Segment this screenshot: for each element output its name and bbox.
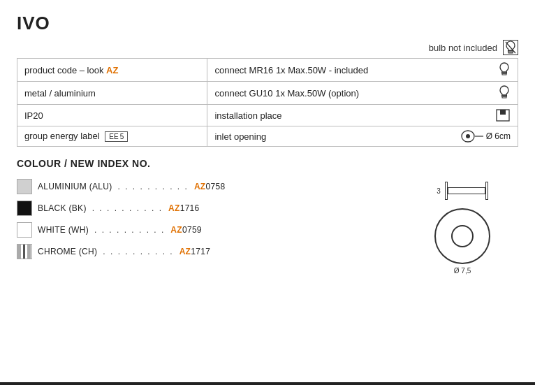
svg-rect-6 [502, 97, 506, 99]
svg-rect-4 [502, 74, 506, 75]
svg-point-10 [466, 134, 470, 138]
colour-name-alu: ALUMINIUM (ALU) [38, 182, 112, 191]
dots-alu: . . . . . . . . . . [118, 182, 189, 191]
swatch-chrome [17, 244, 32, 259]
diagram-inner-circle [451, 225, 474, 247]
diagram-circle [434, 208, 490, 264]
list-item: ALUMINIUM (ALU) . . . . . . . . . . AZ07… [17, 179, 393, 194]
cell-connect-mr16: connect MR16 1x Max.50W - included [207, 59, 518, 82]
svg-rect-3 [502, 73, 507, 74]
colour-code-black: AZ1716 [168, 203, 200, 213]
colour-name-white: WHITE (WH) [38, 225, 89, 235]
product-code-az: AZ [106, 65, 118, 75]
inlet-icon [461, 130, 483, 143]
svg-rect-5 [502, 96, 507, 97]
cell-connect-gu10: connect GU10 1x Max.50W (option) [207, 82, 518, 105]
cell-energy: group energy label EE 5 [17, 126, 207, 147]
connect-gu10-text: connect GU10 1x Max.50W (option) [214, 88, 359, 99]
colour-code-alu: AZ0758 [194, 182, 226, 191]
bulb-not-included-text: bulb not included [429, 43, 497, 53]
table-row-3: IP20 installation place [17, 105, 518, 126]
cell-product-code: product code – look AZ [17, 59, 207, 82]
colour-name-chrome: CHROME (CH) [38, 247, 97, 256]
list-item: BLACK (BK) . . . . . . . . . . AZ1716 [17, 201, 393, 216]
list-item: CHROME (CH) . . . . . . . . . . AZ1717 [17, 244, 393, 259]
inlet-opening-text: inlet opening [214, 131, 266, 142]
installation-place-text: installation place [214, 110, 281, 121]
product-title: IVO [17, 13, 518, 34]
colour-code-chrome: AZ1717 [179, 247, 211, 256]
table-row-4: group energy label EE 5 inlet opening Ø … [17, 126, 518, 147]
dots-black: . . . . . . . . . . [92, 203, 163, 213]
energy-badge: EE 5 [105, 131, 128, 142]
colour-code-white: AZ0759 [170, 225, 202, 235]
cell-installation: installation place [207, 105, 518, 126]
colour-list: ALUMINIUM (ALU) . . . . . . . . . . AZ07… [17, 179, 393, 275]
colour-name-black: BLACK (BK) [38, 203, 87, 213]
diagram-side-profile: 3 [437, 182, 488, 200]
connect-mr16-text: connect MR16 1x Max.50W - included [214, 65, 368, 75]
diagram-circle-container: Ø 7,5 [434, 208, 490, 275]
svg-rect-8 [500, 110, 506, 115]
bulb-icon-gu10 [498, 85, 511, 101]
swatch-black [17, 201, 32, 216]
bulb-not-included-icon [503, 40, 518, 55]
list-item: WHITE (WH) . . . . . . . . . . AZ0759 [17, 222, 393, 238]
bulb-icon-mr16 [498, 62, 511, 78]
colours-layout: ALUMINIUM (ALU) . . . . . . . . . . AZ07… [17, 179, 518, 275]
cell-ip20: IP20 [17, 105, 207, 126]
bottom-bar [0, 382, 535, 385]
dots-white: . . . . . . . . . . [94, 225, 165, 235]
table-row-2: metal / aluminium connect GU10 1x Max.50… [17, 82, 518, 105]
side-num: 3 [437, 187, 441, 195]
cell-metal: metal / aluminium [17, 82, 207, 105]
diagram-area: 3 Ø 7,5 [406, 179, 518, 275]
inlet-diameter: Ø 6cm [486, 131, 511, 141]
cell-inlet: inlet opening Ø 6cm [207, 126, 518, 147]
colours-section-title: COLOUR / NEW INDEX NO. [17, 158, 518, 169]
swatch-aluminium [17, 179, 32, 194]
install-icon [495, 108, 511, 122]
svg-rect-0 [508, 51, 513, 52]
energy-ee: EE [109, 133, 118, 140]
swatch-white [17, 222, 32, 238]
energy-5: 5 [120, 133, 124, 140]
info-table: product code – look AZ connect MR16 1x M… [17, 58, 518, 147]
table-row-1: product code – look AZ connect MR16 1x M… [17, 59, 518, 82]
diameter-label: Ø 7,5 [454, 267, 471, 275]
svg-rect-1 [508, 52, 513, 54]
dots-chrome: . . . . . . . . . . [103, 247, 173, 256]
